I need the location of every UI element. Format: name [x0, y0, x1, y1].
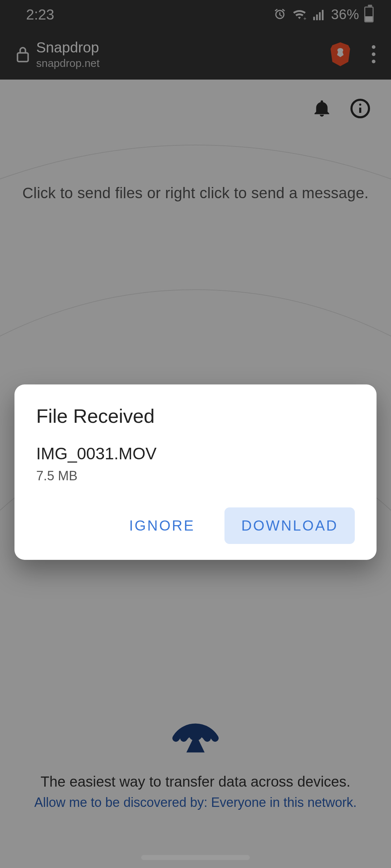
dialog-filename: IMG_0031.MOV	[36, 444, 355, 463]
file-received-dialog: File Received IMG_0031.MOV 7.5 MB IGNORE…	[14, 384, 377, 560]
nav-pill[interactable]	[141, 855, 250, 860]
download-button[interactable]: DOWNLOAD	[224, 507, 355, 544]
ignore-button[interactable]: IGNORE	[113, 507, 212, 544]
dialog-filesize: 7.5 MB	[36, 468, 355, 484]
dialog-title: File Received	[36, 405, 355, 427]
